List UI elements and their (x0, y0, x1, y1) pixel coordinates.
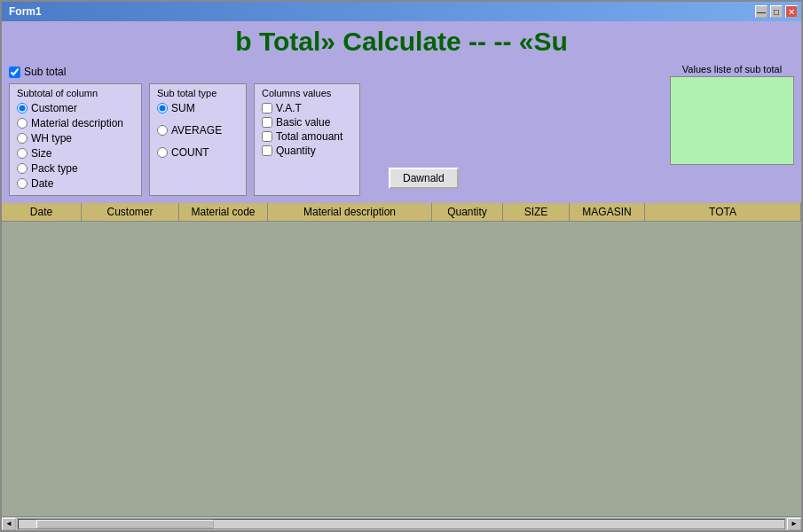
close-button[interactable]: ✕ (785, 5, 798, 18)
checkbox-quantity[interactable]: Quantity (262, 145, 352, 157)
checkbox-vat[interactable]: V.A.T (262, 102, 352, 114)
main-content: Date Customer Material code Material des… (2, 203, 801, 530)
subtotal-label: Sub total (24, 66, 66, 78)
subtotal-type-title: Sub total type (157, 88, 239, 98)
scrollbar-area: ◄ ► (2, 516, 801, 530)
col-magasin: MAGASIN (570, 203, 645, 221)
col-material-code: Material code (179, 203, 268, 221)
radio-size-label: Size (31, 147, 51, 160)
col-quantity: Quantity (432, 203, 503, 221)
scroll-right-arrow[interactable]: ► (787, 518, 801, 530)
radio-pack-type[interactable]: Pack type (17, 162, 134, 175)
radio-count[interactable]: COUNT (157, 146, 239, 159)
col-material-desc: Material description (268, 203, 432, 221)
radio-material-desc-label: Material description (31, 117, 123, 129)
radio-average-label: AVERAGE (171, 124, 222, 137)
col-customer: Customer (82, 203, 179, 221)
checkbox-total-amount-label: Total amouant (276, 130, 342, 143)
h-scrollbar-thumb[interactable] (36, 520, 214, 528)
subtotal-checkbox[interactable] (9, 66, 20, 78)
top-panel: b Total» Calculate -- -- «Su Sub total S… (2, 21, 801, 203)
radio-date-label: Date (31, 177, 53, 190)
radio-size[interactable]: Size (17, 147, 134, 160)
checkbox-vat-label: V.A.T (276, 102, 302, 114)
window-title: Form1 (5, 5, 42, 18)
radio-customer[interactable]: Customer (17, 102, 134, 114)
subtotal-column-title: Subtotal of column (17, 88, 134, 98)
dawnald-button[interactable]: Dawnald (389, 168, 459, 189)
values-list-box: Values liste of sub total (670, 64, 794, 165)
dawnald-btn-container: Dawnald (374, 83, 459, 196)
radio-wh-type-label: WH type (31, 132, 72, 145)
table-header: Date Customer Material code Material des… (2, 203, 801, 222)
sub-total-row: Sub total Subtotal of column Customer (9, 64, 794, 196)
radio-customer-label: Customer (31, 102, 77, 114)
h-scrollbar[interactable] (18, 519, 785, 529)
radio-pack-type-label: Pack type (31, 162, 78, 175)
subtotal-column-options: Customer Material description WH type (17, 102, 134, 190)
minimize-button[interactable]: — (755, 5, 768, 18)
radio-sum-label: SUM (171, 102, 195, 114)
radio-material-desc[interactable]: Material description (17, 117, 134, 129)
radio-date[interactable]: Date (17, 177, 134, 190)
subtotal-column-panel: Subtotal of column Customer Material des… (9, 83, 142, 196)
maximize-button[interactable]: □ (770, 5, 783, 18)
table-area: Date Customer Material code Material des… (2, 203, 801, 516)
radio-sum[interactable]: SUM (157, 102, 239, 114)
main-window: Form1 — □ ✕ b Total» Calculate -- -- «Su… (0, 0, 803, 532)
checkbox-basic-value-label: Basic value (276, 116, 330, 129)
table-body[interactable] (2, 222, 801, 516)
values-list-area[interactable] (670, 76, 794, 165)
window-controls: — □ ✕ (754, 5, 798, 18)
col-date: Date (2, 203, 82, 221)
banner-title: b Total» Calculate -- -- «Su (9, 27, 794, 57)
col-size: SIZE (503, 203, 570, 221)
values-list-title: Values liste of sub total (670, 64, 794, 74)
subtotal-type-panel: Sub total type SUM AVERAGE (149, 83, 247, 196)
checkbox-quantity-label: Quantity (276, 145, 316, 157)
radio-wh-type[interactable]: WH type (17, 132, 134, 145)
checkbox-total-amount[interactable]: Total amouant (262, 130, 352, 143)
columns-values-title: Columns values (262, 88, 352, 98)
subtotal-type-options: SUM AVERAGE COUNT (157, 102, 239, 159)
radio-count-label: COUNT (171, 146, 209, 159)
title-bar: Form1 — □ ✕ (2, 2, 801, 21)
checkbox-basic-value[interactable]: Basic value (262, 116, 352, 129)
columns-values-panel: Columns values V.A.T Basic value Total a… (254, 83, 360, 196)
col-tota: TOTA (645, 203, 801, 221)
sub-total-section: Sub total Subtotal of column Customer (9, 64, 459, 196)
scroll-left-arrow[interactable]: ◄ (2, 518, 16, 530)
radio-average[interactable]: AVERAGE (157, 124, 239, 137)
subtotal-checkbox-label[interactable]: Sub total (9, 66, 459, 78)
